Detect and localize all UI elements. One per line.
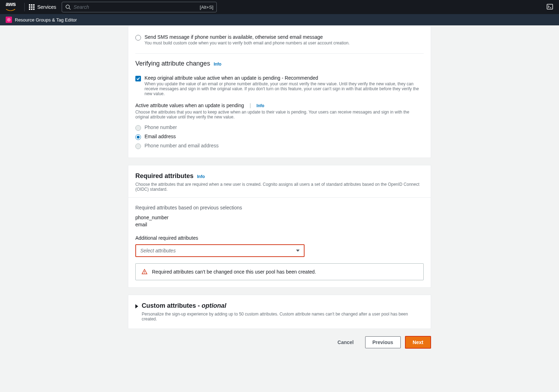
disclosure-caret-icon[interactable] bbox=[135, 304, 138, 308]
keep-original-label: Keep original attribute value active whe… bbox=[145, 75, 424, 81]
active-attrs-label: Active attribute values when an update i… bbox=[135, 103, 244, 108]
required-heading: Required attributes Info bbox=[135, 172, 424, 180]
aws-smile-icon bbox=[6, 8, 16, 12]
header-divider bbox=[24, 3, 25, 11]
radio-email-label: Email address bbox=[145, 134, 176, 139]
radio-email-row: Email address bbox=[135, 132, 424, 141]
resource-groups-link[interactable]: Resource Groups & Tag Editor bbox=[6, 17, 77, 23]
resource-groups-label: Resource Groups & Tag Editor bbox=[15, 17, 77, 23]
svg-point-5 bbox=[8, 19, 10, 20]
radio-both bbox=[135, 143, 141, 149]
next-button[interactable]: Next bbox=[405, 336, 431, 349]
sms-option-radio[interactable] bbox=[135, 35, 141, 41]
sms-option-row: Send SMS message if phone number is avai… bbox=[135, 33, 424, 47]
services-label: Services bbox=[37, 4, 56, 10]
custom-title-text: Custom attributes - bbox=[142, 302, 202, 309]
required-info-link[interactable]: Info bbox=[197, 174, 205, 179]
warning-text: Required attributes can't be changed onc… bbox=[152, 269, 316, 275]
verification-panel: Send SMS message if phone number is avai… bbox=[128, 25, 431, 158]
grid-icon bbox=[29, 4, 35, 10]
verifying-title: Verifying attribute changes bbox=[135, 60, 210, 67]
radio-phone bbox=[135, 125, 141, 131]
svg-point-0 bbox=[66, 5, 69, 8]
keep-original-desc: When you update the value of an email or… bbox=[145, 81, 424, 96]
radio-phone-row: Phone number bbox=[135, 123, 424, 132]
svg-line-1 bbox=[69, 8, 70, 10]
sms-option-label: Send SMS message if phone number is avai… bbox=[145, 34, 350, 40]
check-icon bbox=[136, 76, 140, 81]
prev-selections-label: Required attributes based on previous se… bbox=[135, 205, 424, 210]
custom-attrs-panel: Custom attributes - optional Personalize… bbox=[128, 295, 431, 329]
search-input[interactable] bbox=[62, 2, 217, 12]
select-placeholder: Select attributes bbox=[140, 248, 176, 253]
footer-buttons: Cancel Previous Next bbox=[128, 336, 431, 349]
resource-groups-icon bbox=[6, 17, 12, 23]
aws-logo[interactable]: aws bbox=[6, 1, 16, 13]
verifying-info-link[interactable]: Info bbox=[214, 62, 221, 67]
keep-original-checkbox[interactable] bbox=[135, 76, 141, 81]
attr-phone-number: phone_number bbox=[135, 214, 424, 221]
select-attributes-dropdown[interactable]: Select attributes bbox=[135, 244, 305, 257]
main-content: Send SMS message if phone number is avai… bbox=[121, 25, 438, 363]
attr-email: email bbox=[135, 221, 424, 228]
active-attrs-info-link[interactable]: Info bbox=[257, 103, 264, 108]
radio-phone-label: Phone number bbox=[145, 124, 177, 130]
required-attrs-panel: Required attributes Info Choose the attr… bbox=[128, 165, 431, 288]
radio-both-row: Phone number and email address bbox=[135, 141, 424, 151]
required-desc: Choose the attributes that are required … bbox=[135, 182, 424, 192]
search-icon bbox=[65, 4, 71, 10]
custom-optional-text: optional bbox=[202, 302, 226, 309]
services-button[interactable]: Services bbox=[29, 4, 56, 10]
custom-attrs-title: Custom attributes - optional bbox=[142, 302, 424, 310]
required-title: Required attributes bbox=[135, 172, 194, 180]
verifying-heading: Verifying attribute changes Info bbox=[135, 60, 424, 67]
custom-attrs-desc: Personalize the sign-up experience by ad… bbox=[142, 312, 424, 321]
additional-attrs-label: Additional required attributes bbox=[135, 235, 424, 241]
cancel-button[interactable]: Cancel bbox=[331, 337, 361, 348]
svg-rect-2 bbox=[547, 4, 553, 9]
previous-button[interactable]: Previous bbox=[365, 336, 401, 348]
required-attrs-warning: Required attributes can't be changed onc… bbox=[135, 263, 424, 280]
keep-original-checkbox-row: Keep original attribute value active whe… bbox=[135, 75, 424, 96]
cloudshell-icon[interactable] bbox=[546, 3, 553, 10]
divider bbox=[135, 53, 424, 54]
search-container: [Alt+S] bbox=[62, 2, 217, 12]
search-shortcut: [Alt+S] bbox=[200, 5, 214, 10]
subheader: Resource Groups & Tag Editor bbox=[0, 14, 559, 25]
radio-email[interactable] bbox=[135, 134, 141, 140]
radio-both-label: Phone number and email address bbox=[145, 143, 219, 148]
active-attrs-desc: Choose the attributes that you want to k… bbox=[135, 110, 424, 120]
aws-logo-text: aws bbox=[6, 1, 16, 7]
caret-down-icon bbox=[296, 250, 300, 252]
select-attributes-wrapper: Select attributes bbox=[135, 244, 305, 257]
aws-header: aws Services [Alt+S] bbox=[0, 0, 559, 14]
svg-point-7 bbox=[144, 273, 145, 274]
sms-option-desc: You must build custom code when you want… bbox=[145, 41, 350, 45]
warning-icon bbox=[141, 269, 148, 275]
